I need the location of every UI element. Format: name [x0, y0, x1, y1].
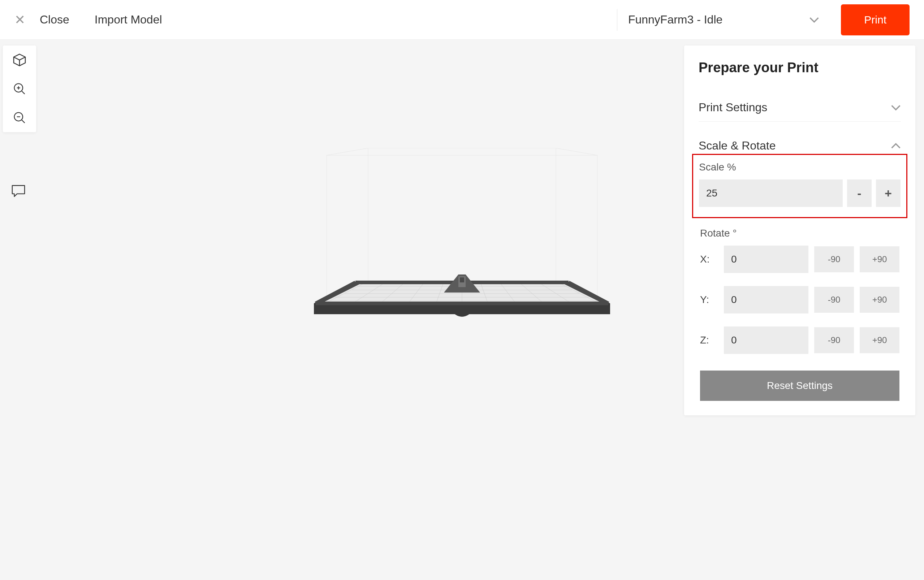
- chevron-down-icon: [891, 105, 901, 110]
- main-area: Prepare your Print Print Settings Scale …: [0, 40, 924, 580]
- rotate-x-minus90-button[interactable]: -90: [814, 246, 854, 272]
- rotate-z-minus90-button[interactable]: -90: [814, 327, 854, 353]
- section-label: Scale & Rotate: [698, 139, 776, 152]
- zoom-out-icon[interactable]: [12, 110, 28, 126]
- scale-plus-button[interactable]: +: [876, 180, 901, 207]
- axis-y-label: Y:: [700, 294, 718, 305]
- axis-z-label: Z:: [700, 334, 718, 346]
- prepare-print-panel: Prepare your Print Print Settings Scale …: [684, 46, 915, 415]
- printer-name: FunnyFarm3 - Idle: [628, 13, 723, 26]
- svg-line-3: [22, 91, 25, 94]
- scale-highlight: Scale % - +: [692, 154, 908, 218]
- scale-label: Scale %: [699, 161, 901, 173]
- rotate-x-plus90-button[interactable]: +90: [860, 246, 899, 272]
- rotate-z-input[interactable]: [724, 326, 809, 354]
- scale-minus-button[interactable]: -: [847, 180, 871, 207]
- section-label: Print Settings: [698, 101, 767, 114]
- chevron-up-icon: [891, 143, 901, 149]
- printer-dropdown[interactable]: FunnyFarm3 - Idle: [628, 13, 819, 26]
- print-settings-section[interactable]: Print Settings: [698, 94, 901, 122]
- print-button[interactable]: Print: [841, 4, 909, 35]
- zoom-in-icon[interactable]: [12, 81, 28, 97]
- import-model-link[interactable]: Import Model: [95, 13, 162, 26]
- rotate-x-row: X: -90 +90: [700, 246, 899, 273]
- chevron-down-icon: [809, 17, 819, 23]
- rotate-y-plus90-button[interactable]: +90: [860, 287, 899, 313]
- close-icon[interactable]: ✕: [15, 12, 25, 28]
- svg-line-7: [22, 120, 25, 123]
- reset-settings-button[interactable]: Reset Settings: [700, 371, 899, 401]
- scale-rotate-section[interactable]: Scale & Rotate: [698, 132, 901, 154]
- rotate-z-plus90-button[interactable]: +90: [860, 327, 899, 353]
- rotate-x-input[interactable]: [724, 246, 809, 273]
- rotate-y-row: Y: -90 +90: [700, 286, 899, 313]
- 3d-viewport[interactable]: [300, 148, 624, 365]
- rotate-y-input[interactable]: [724, 286, 809, 313]
- close-link[interactable]: Close: [40, 13, 69, 26]
- cube-view-icon[interactable]: [12, 52, 28, 68]
- rotate-z-row: Z: -90 +90: [700, 326, 899, 354]
- top-bar: ✕ Close Import Model FunnyFarm3 - Idle P…: [0, 0, 924, 40]
- panel-title: Prepare your Print: [698, 60, 901, 76]
- left-toolbar: [3, 46, 36, 132]
- rotate-y-minus90-button[interactable]: -90: [814, 287, 854, 313]
- scale-input[interactable]: [699, 180, 843, 207]
- rotate-label: Rotate °: [700, 227, 899, 239]
- svg-rect-30: [460, 277, 464, 282]
- axis-x-label: X:: [700, 254, 718, 265]
- comment-icon[interactable]: [11, 184, 26, 199]
